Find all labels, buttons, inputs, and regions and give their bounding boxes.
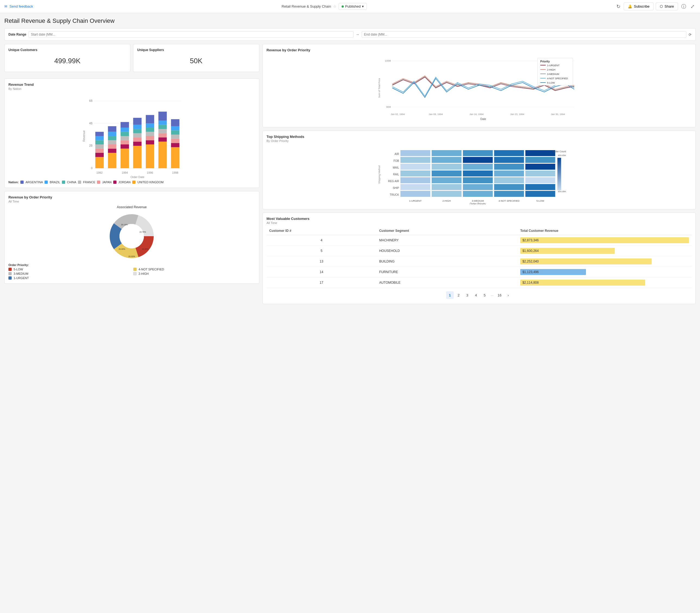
date-refresh-icon[interactable]: ⟳: [689, 32, 691, 37]
svg-text:Jan 09, 1994: Jan 09, 1994: [428, 113, 443, 116]
svg-text:3-MEDIUM: 3-MEDIUM: [472, 199, 484, 202]
bar-chart-svg: Revenue 6B 4B 2B 0: [9, 93, 255, 180]
page-1-button[interactable]: 1: [446, 291, 454, 299]
svg-rect-109: [400, 157, 430, 163]
most-valuable-subtitle: All Time: [267, 221, 691, 224]
svg-text:Priority: Priority: [540, 60, 549, 63]
revenue-bar: $1,123,496: [520, 269, 586, 275]
start-date-input[interactable]: [28, 31, 353, 38]
cell-revenue: $2,114,808: [518, 277, 691, 288]
right-column: Revenue by Order Priority Sum of Total P…: [262, 44, 696, 304]
refresh-button[interactable]: ↻: [615, 2, 622, 11]
svg-text:4-NOT SPECIFIED: 4-NOT SPECIFIED: [547, 77, 568, 80]
report-title: Retail Revenue & Supply Chain: [282, 4, 331, 9]
svg-text:20.14%: 20.14%: [121, 223, 128, 226]
page-dots: ···: [490, 293, 495, 297]
revenue-bar: $2,114,808: [520, 279, 645, 286]
page-16-button[interactable]: 16: [496, 291, 503, 299]
svg-rect-35: [133, 118, 141, 125]
cell-customer-id: 4: [267, 235, 377, 246]
svg-text:REG AIR: REG AIR: [388, 180, 399, 183]
svg-text:AIR: AIR: [394, 153, 399, 156]
pie-chart-wrap: 20.14% 19.76% 20.09% 19.98% 20.03%: [9, 212, 255, 261]
end-date-input[interactable]: [362, 31, 686, 38]
svg-rect-19: [108, 136, 116, 140]
cell-revenue: $2,873,346: [518, 235, 691, 246]
svg-text:MAIL: MAIL: [393, 166, 399, 169]
svg-text:Order Priority: Order Priority: [470, 203, 486, 205]
subscribe-button[interactable]: 🔔 Subscribe: [624, 2, 653, 10]
page-4-button[interactable]: 4: [472, 291, 480, 299]
svg-text:TRUCK: TRUCK: [390, 193, 399, 196]
revenue-priority-card: Revenue by Order Priority All Time Assoc…: [4, 191, 259, 284]
svg-rect-132: [494, 184, 524, 190]
page-5-button[interactable]: 5: [481, 291, 489, 299]
send-feedback-link[interactable]: ✉ Send feedback: [4, 4, 33, 9]
page-next-button[interactable]: ›: [505, 291, 512, 299]
svg-rect-122: [494, 170, 524, 177]
svg-text:4B: 4B: [89, 122, 93, 125]
cell-segment: MACHINERY: [376, 235, 517, 246]
cell-segment: AUTOMOBILE: [376, 277, 517, 288]
svg-rect-43: [158, 142, 167, 168]
svg-rect-24: [120, 140, 129, 144]
svg-rect-110: [431, 157, 461, 163]
svg-rect-108: [525, 150, 555, 156]
table-row: 17AUTOMOBILE$2,114,808: [267, 277, 691, 288]
revenue-trend-chart: Revenue 6B 4B 2B 0: [9, 93, 255, 180]
svg-text:1-URGENT: 1-URGENT: [409, 199, 422, 202]
svg-point-67: [119, 224, 144, 248]
share-icon: ⬡: [660, 4, 663, 9]
svg-rect-138: [525, 191, 555, 197]
svg-text:Sum of Total Price: Sum of Total Price: [378, 78, 380, 98]
svg-text:2B: 2B: [89, 144, 93, 147]
svg-text:0: 0: [91, 167, 93, 170]
info-button[interactable]: ⓘ: [680, 2, 687, 11]
svg-rect-37: [146, 140, 154, 144]
svg-text:90M: 90M: [386, 106, 391, 108]
table-row: 13BUILDING$2,252,040: [267, 256, 691, 267]
svg-text:Jan 30, 1994: Jan 30, 1994: [550, 113, 565, 116]
svg-rect-131: [463, 184, 493, 190]
svg-rect-54: [171, 130, 180, 134]
published-label: Published: [345, 4, 361, 9]
svg-rect-20: [108, 132, 116, 136]
svg-rect-17: [108, 144, 116, 148]
svg-rect-128: [525, 177, 555, 183]
top-nav: ✉ Send feedback Retail Revenue & Supply …: [0, 0, 700, 13]
svg-text:19.76%: 19.76%: [140, 231, 146, 233]
revenue-bar: $2,873,346: [520, 237, 689, 243]
svg-rect-127: [494, 177, 524, 183]
svg-rect-146: [557, 158, 561, 190]
star-icon[interactable]: ☆: [333, 4, 336, 9]
page-3-button[interactable]: 3: [464, 291, 471, 299]
svg-rect-9: [95, 153, 104, 157]
left-column: Unique Customers 499.99K Unique Supplier…: [4, 44, 259, 304]
cell-revenue: $2,252,040: [518, 256, 691, 267]
published-badge[interactable]: Published ▾: [339, 3, 367, 10]
svg-rect-23: [120, 144, 129, 148]
date-range-label: Date Range: [9, 32, 26, 36]
svg-rect-48: [158, 120, 167, 125]
revenue-trend-legend: Nation: ARGENTINA BRAZIL CHINA FRANCE JA…: [9, 181, 255, 184]
svg-rect-115: [431, 164, 461, 170]
svg-rect-55: [171, 126, 180, 130]
svg-rect-44: [158, 138, 167, 141]
svg-rect-31: [133, 138, 141, 141]
svg-text:Jan 02, 1994: Jan 02, 1994: [390, 113, 405, 116]
svg-rect-36: [146, 144, 154, 168]
svg-rect-10: [95, 148, 104, 153]
line-chart-title: Revenue by Order Priority: [267, 48, 691, 52]
most-valuable-title: Most Valuable Customers: [267, 217, 691, 221]
svg-rect-129: [400, 184, 430, 190]
svg-text:1994: 1994: [122, 171, 128, 174]
page-2-button[interactable]: 2: [455, 291, 463, 299]
fullscreen-button[interactable]: ⤢: [689, 2, 696, 11]
svg-rect-120: [431, 170, 461, 177]
share-button[interactable]: ⬡ Share: [656, 2, 678, 10]
pie-chart-svg: 20.14% 19.76% 20.09% 19.98% 20.03%: [107, 212, 156, 261]
svg-rect-15: [108, 153, 116, 168]
svg-text:Shipping Method: Shipping Method: [378, 165, 380, 184]
svg-rect-51: [171, 143, 180, 147]
svg-rect-107: [494, 150, 524, 156]
